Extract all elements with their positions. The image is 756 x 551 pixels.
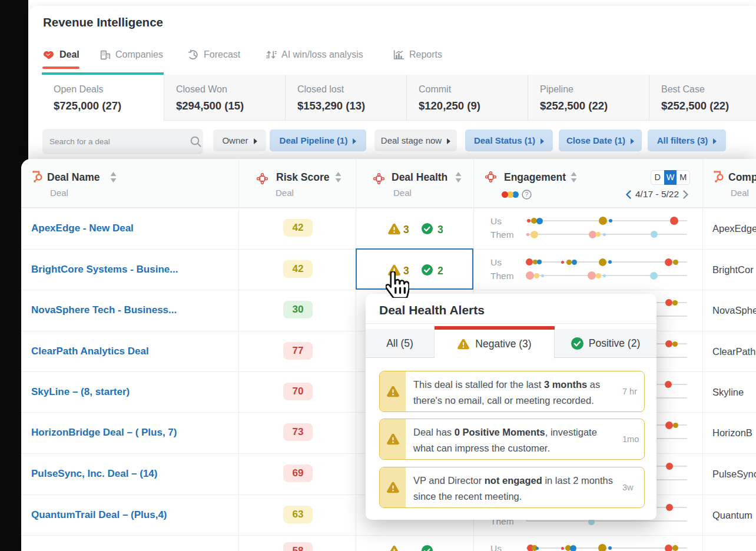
svg-text:?: ? bbox=[525, 191, 529, 198]
